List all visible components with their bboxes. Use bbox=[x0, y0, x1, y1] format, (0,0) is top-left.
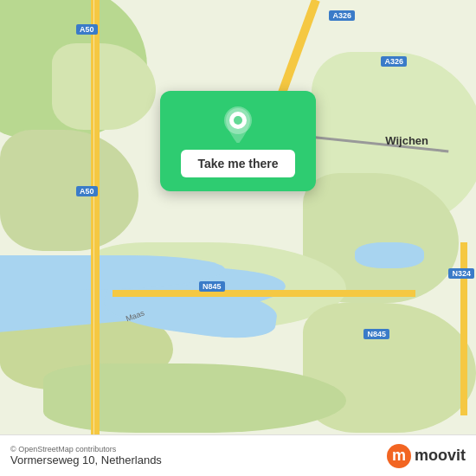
canal bbox=[355, 242, 424, 268]
map-container: A50 A50 A326 A326 N845 N845 N324 Wijchen… bbox=[0, 0, 476, 476]
road-label-a326-1: A326 bbox=[329, 10, 355, 21]
road-label-n845-2: N845 bbox=[363, 329, 389, 339]
location-pin-icon bbox=[221, 106, 255, 141]
road-label-a326-2: A326 bbox=[381, 56, 407, 67]
bottom-left-info: © OpenStreetMap contributors Vormerseweg… bbox=[10, 445, 162, 466]
road-label-a50-2: A50 bbox=[76, 186, 98, 196]
road-label-n845-1: N845 bbox=[199, 281, 225, 292]
road-label-a50-1: A50 bbox=[76, 24, 98, 35]
road-a50 bbox=[91, 0, 100, 476]
bottom-bar: © OpenStreetMap contributors Vormerseweg… bbox=[0, 434, 476, 476]
take-me-there-button[interactable]: Take me there bbox=[181, 150, 295, 177]
moovit-wordmark: moovit bbox=[415, 447, 466, 465]
moovit-logo: m moovit bbox=[387, 444, 466, 468]
osm-copyright: © OpenStreetMap contributors bbox=[10, 445, 162, 453]
road-divider bbox=[93, 0, 94, 476]
moovit-m-icon: m bbox=[387, 444, 411, 468]
road-label-n324: N324 bbox=[448, 268, 474, 279]
popup-card: Take me there bbox=[160, 91, 316, 191]
road-n845 bbox=[113, 290, 415, 297]
address-label: Vormerseweg 10, Netherlands bbox=[10, 453, 162, 466]
town-label-wijchen: Wijchen bbox=[385, 134, 428, 147]
